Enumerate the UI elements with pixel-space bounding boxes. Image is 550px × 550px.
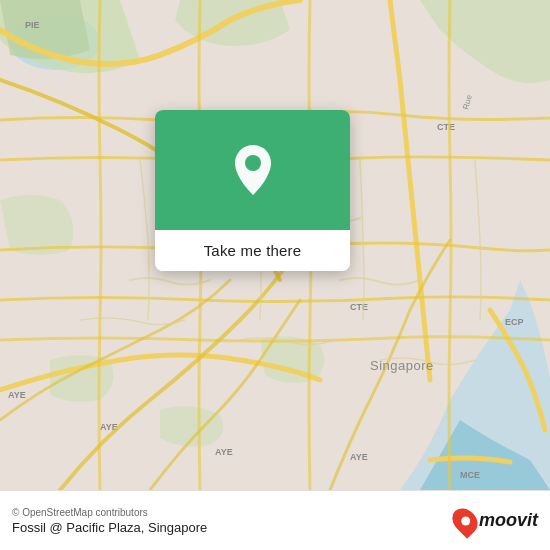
popup-action-section: Take me there	[155, 230, 350, 271]
location-label: Fossil @ Pacific Plaza, Singapore	[12, 520, 207, 535]
moovit-pin-icon	[447, 503, 482, 538]
svg-text:PIE: PIE	[25, 20, 40, 30]
map-view[interactable]: PIE CTE CTE AYE AYE AYE AYE ECP MCE	[0, 0, 550, 490]
svg-text:CTE: CTE	[350, 302, 368, 312]
svg-point-13	[245, 155, 261, 171]
svg-text:AYE: AYE	[350, 452, 368, 462]
location-popup: Take me there	[155, 110, 350, 271]
svg-text:MCE: MCE	[460, 470, 480, 480]
bottom-left-info: © OpenStreetMap contributors Fossil @ Pa…	[12, 507, 207, 535]
map-attribution: © OpenStreetMap contributors	[12, 507, 207, 518]
svg-text:CTE: CTE	[437, 122, 455, 132]
svg-text:AYE: AYE	[8, 390, 26, 400]
take-me-there-button[interactable]: Take me there	[155, 230, 350, 271]
bottom-bar: © OpenStreetMap contributors Fossil @ Pa…	[0, 490, 550, 550]
svg-text:AYE: AYE	[215, 447, 233, 457]
moovit-logo-text: moovit	[479, 510, 538, 531]
popup-map-header	[155, 110, 350, 230]
location-pin-icon	[228, 140, 278, 200]
moovit-logo: moovit	[454, 507, 538, 535]
svg-text:ECP: ECP	[505, 317, 524, 327]
